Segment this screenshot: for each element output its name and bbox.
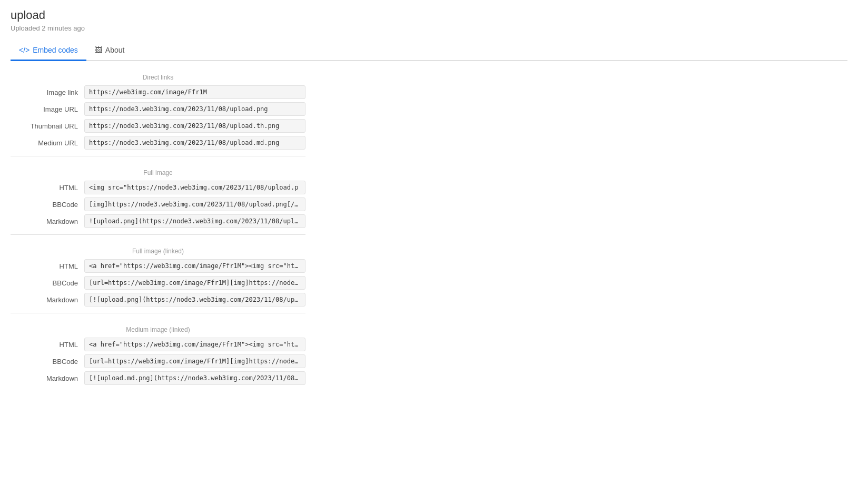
field-row: Markdown[![upload.png](https://node3.web…	[11, 293, 305, 307]
field-value[interactable]: ![upload.png](https://node3.web3img.com/…	[84, 214, 305, 228]
field-value[interactable]: https://node3.web3img.com/2023/11/08/upl…	[84, 136, 305, 150]
field-label: Markdown	[11, 218, 84, 225]
field-value[interactable]: [url=https://web3img.com/image/Ffr1M][im…	[84, 276, 305, 290]
field-value[interactable]: https://node3.web3img.com/2023/11/08/upl…	[84, 119, 305, 133]
tab-about-label: About	[105, 46, 125, 54]
tabs-bar: </> Embed codes 🖼 About	[11, 41, 847, 61]
tab-embed-codes[interactable]: </> Embed codes	[11, 41, 86, 61]
field-value[interactable]: [url=https://web3img.com/image/Ffr1M][im…	[84, 354, 305, 368]
field-value[interactable]: [![upload.png](https://node3.web3img.com…	[84, 293, 305, 307]
field-value[interactable]: <a href="https://web3img.com/image/Ffr1M…	[84, 338, 305, 351]
field-label: Medium URL	[11, 139, 84, 147]
section-medium-image-linked: Medium image (linked)HTML<a href="https:…	[11, 313, 305, 385]
field-label: Thumbnail URL	[11, 122, 84, 130]
field-row: Markdown[![upload.md.png](https://node3.…	[11, 371, 305, 385]
field-value[interactable]: https://web3img.com/image/Ffr1M	[84, 85, 305, 99]
field-row: HTML<img src="https://node3.web3img.com/…	[11, 181, 305, 194]
field-label: BBCode	[11, 201, 84, 209]
embed-codes-icon: </>	[19, 46, 29, 54]
field-label: HTML	[11, 184, 84, 192]
about-icon: 🖼	[95, 46, 102, 54]
field-label: BBCode	[11, 279, 84, 287]
section-header-direct-links: Direct links	[11, 66, 305, 85]
field-row: Markdown![upload.png](https://node3.web3…	[11, 214, 305, 228]
field-label: Image link	[11, 88, 84, 96]
section-full-image: Full imageHTML<img src="https://node3.we…	[11, 156, 305, 228]
field-label: Markdown	[11, 374, 84, 382]
page-title: upload	[11, 8, 847, 22]
section-header-full-image-linked: Full image (linked)	[11, 240, 305, 259]
tab-about[interactable]: 🖼 About	[86, 41, 133, 61]
field-row: Medium URLhttps://node3.web3img.com/2023…	[11, 136, 305, 150]
upload-status: Uploaded 2 minutes ago	[11, 24, 847, 32]
field-row: Image linkhttps://web3img.com/image/Ffr1…	[11, 85, 305, 99]
section-header-medium-image-linked: Medium image (linked)	[11, 319, 305, 338]
field-label: HTML	[11, 341, 84, 349]
field-row: BBCode[url=https://web3img.com/image/Ffr…	[11, 354, 305, 368]
field-row: BBCode[img]https://node3.web3img.com/202…	[11, 197, 305, 211]
section-full-image-linked: Full image (linked)HTML<a href="https://…	[11, 234, 305, 307]
field-row: HTML<a href="https://web3img.com/image/F…	[11, 338, 305, 351]
field-label: Markdown	[11, 296, 84, 304]
field-value[interactable]: <a href="https://web3img.com/image/Ffr1M…	[84, 259, 305, 273]
field-row: HTML<a href="https://web3img.com/image/F…	[11, 259, 305, 273]
field-value[interactable]: <img src="https://node3.web3img.com/2023…	[84, 181, 305, 194]
field-value[interactable]: https://node3.web3img.com/2023/11/08/upl…	[84, 102, 305, 116]
tab-embed-codes-label: Embed codes	[33, 46, 78, 54]
section-direct-links: Direct linksImage linkhttps://web3img.co…	[11, 66, 305, 150]
field-value[interactable]: [img]https://node3.web3img.com/2023/11/0…	[84, 197, 305, 211]
main-content: Direct linksImage linkhttps://web3img.co…	[11, 66, 305, 385]
field-row: Thumbnail URLhttps://node3.web3img.com/2…	[11, 119, 305, 133]
section-header-full-image: Full image	[11, 162, 305, 181]
field-row: BBCode[url=https://web3img.com/image/Ffr…	[11, 276, 305, 290]
field-label: Image URL	[11, 105, 84, 113]
field-value[interactable]: [![upload.md.png](https://node3.web3img.…	[84, 371, 305, 385]
field-row: Image URLhttps://node3.web3img.com/2023/…	[11, 102, 305, 116]
field-label: BBCode	[11, 358, 84, 365]
field-label: HTML	[11, 262, 84, 270]
